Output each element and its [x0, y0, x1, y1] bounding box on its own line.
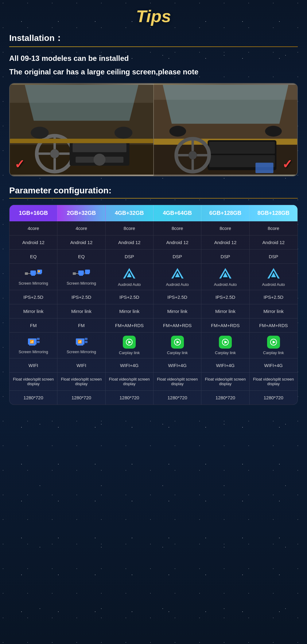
header-col-0: 1GB+16GB: [10, 205, 57, 221]
row-eq-dsp: EQ EQ DSP DSP DSP DSP: [10, 250, 297, 264]
cell-cpu-0: 4core: [10, 221, 57, 235]
svg-rect-66: [77, 345, 83, 346]
label-feature1-3: Audroid Auto: [166, 282, 188, 287]
cell-float-3: Float video/split screen display: [154, 373, 201, 390]
cell-feature1-1: ≫ Screen Mirroring: [57, 264, 105, 290]
svg-point-4: [50, 149, 59, 158]
cell-cpu-2: 8core: [106, 221, 154, 235]
row-float-video: Float video/split screen display Float v…: [10, 373, 297, 391]
row-feature2: 📶 Screen Mirroring 📶: [10, 333, 297, 358]
screen-mirror-wifi-icon-0: 📶: [27, 337, 40, 348]
cell-android-4: Android 12: [201, 235, 249, 249]
cell-fm-1: FM: [57, 318, 105, 332]
cell-ips-3: IPS+2.5D: [154, 290, 201, 304]
carplay-icon-1: [171, 336, 184, 349]
install-line2: The original car has a large ceiling scr…: [9, 67, 298, 77]
svg-rect-39: [38, 273, 41, 274]
cell-feature2-4: Carplay link: [201, 333, 249, 358]
svg-marker-75: [224, 341, 227, 344]
screen-mirror-usb-icon2: ≫: [72, 268, 91, 279]
cell-ips-2: IPS+2.5D: [106, 290, 154, 304]
svg-rect-10: [73, 143, 126, 152]
cell-feature1-4: Audroid Auto: [201, 264, 249, 290]
label-feature1-1: Screen Mirroring: [67, 281, 96, 286]
carplay-icon-2: [219, 336, 232, 349]
parameter-section: Parameter configuration: 1GB+16GB 2GB+32…: [9, 186, 298, 405]
installation-header: Installation：: [9, 32, 298, 44]
install-text-block: All 09-13 modeles can be installed The o…: [9, 53, 298, 77]
svg-point-23: [169, 126, 186, 137]
cell-res-5: 1280*720: [250, 391, 297, 405]
cell-eq-2: DSP: [106, 250, 154, 263]
installation-section: Installation： All 09-13 modeles can be i…: [9, 32, 298, 176]
cell-wifi-5: WIFI+4G: [250, 358, 297, 372]
cell-feature2-1: 📶 Screen Mirroring: [57, 333, 105, 358]
cell-android-5: Android 12: [250, 235, 297, 249]
cell-cpu-4: 8core: [201, 221, 249, 235]
cell-android-1: Android 12: [57, 235, 105, 249]
config-table: 1GB+16GB 2GB+32GB 4GB+32GB 4GB+64GB 6GB+…: [9, 205, 298, 405]
cell-res-2: 1280*720: [106, 391, 154, 405]
header-col-5: 8GB+128GB: [250, 205, 297, 221]
row-wifi: WIFI WIFI WIFI+4G WIFI+4G WIFI+4G WIFI+4…: [10, 358, 297, 373]
screen-mirror-wifi-icon-1: 📶: [75, 337, 88, 348]
cell-feature1-5: Audroid Auto: [250, 264, 297, 290]
parameter-header: Parameter configuration:: [9, 186, 298, 196]
cell-float-0: Float video/split screen display: [10, 373, 57, 390]
row-mirror: Mirror link Mirror link Mirror link Mirr…: [10, 304, 297, 318]
cell-wifi-3: WIFI+4G: [154, 358, 201, 372]
row-fm: FM FM FM+AM+RDS FM+AM+RDS FM+AM+RDS FM+A…: [10, 318, 297, 333]
cell-feature1-0: ≫ 📶 Screen Mirroring: [10, 264, 57, 290]
svg-text:📶: 📶: [30, 339, 34, 344]
label-feature1-4: Audroid Auto: [214, 282, 237, 287]
svg-rect-43: [78, 271, 84, 275]
svg-rect-46: [85, 270, 90, 273]
cell-fm-3: FM+AM+RDS: [154, 318, 201, 332]
cell-android-2: Android 12: [106, 235, 154, 249]
cell-wifi-0: WIFI: [10, 358, 57, 372]
cell-ips-4: IPS+2.5D: [201, 290, 249, 304]
cell-float-2: Float video/split screen display: [106, 373, 154, 390]
cell-float-1: Float video/split screen display: [57, 373, 105, 390]
cell-ips-5: IPS+2.5D: [250, 290, 297, 304]
parameter-divider: [9, 198, 298, 199]
cell-eq-1: EQ: [57, 250, 105, 263]
svg-rect-61: [29, 345, 35, 346]
label-feature2-3: Carplay link: [167, 350, 188, 355]
cell-fm-4: FM+AM+RDS: [201, 318, 249, 332]
svg-point-27: [188, 151, 196, 159]
cell-feature1-2: Audroid Auto: [106, 264, 154, 290]
android-auto-icon-1: [171, 267, 184, 280]
row-android: Android 12 Android 12 Android 12 Android…: [10, 235, 297, 250]
car-image-right: ✓: [154, 84, 297, 176]
cell-android-0: Android 12: [10, 235, 57, 249]
car-image-left: ✓: [10, 84, 154, 176]
svg-rect-32: [255, 163, 273, 173]
cell-feature1-3: Audroid Auto: [154, 264, 201, 290]
android-auto-icon-0: [122, 267, 136, 280]
config-header-row: 1GB+16GB 2GB+32GB 4GB+32GB 4GB+64GB 6GB+…: [10, 205, 297, 221]
svg-rect-34: [28, 273, 30, 274]
car-images-container: ✓: [9, 83, 298, 176]
cell-wifi-1: WIFI: [57, 358, 105, 372]
cell-cpu-1: 4core: [57, 221, 105, 235]
row-feature1: ≫ 📶 Screen Mirroring: [10, 264, 297, 290]
svg-text:📶: 📶: [78, 339, 82, 344]
header-col-3: 4GB+64GB: [154, 205, 201, 221]
check-mark-left: ✓: [14, 157, 25, 171]
cell-res-4: 1280*720: [201, 391, 249, 405]
cell-mirror-0: Mirror link: [10, 304, 57, 318]
svg-rect-33: [25, 272, 28, 275]
svg-rect-47: [86, 273, 89, 274]
cell-res-3: 1280*720: [154, 391, 201, 405]
svg-rect-12: [10, 139, 154, 143]
svg-rect-63: [37, 338, 40, 340]
row-cpu: 4core 4core 8core 8core 8core 8core: [10, 221, 297, 235]
cell-feature2-3: Carplay link: [154, 333, 201, 358]
cell-mirror-3: Mirror link: [154, 304, 201, 318]
svg-marker-77: [273, 341, 276, 344]
svg-text:📶: 📶: [38, 270, 40, 273]
svg-rect-35: [30, 271, 36, 275]
label-feature2-1: Screen Mirroring: [67, 350, 96, 354]
label-feature2-5: Carplay link: [263, 350, 284, 355]
